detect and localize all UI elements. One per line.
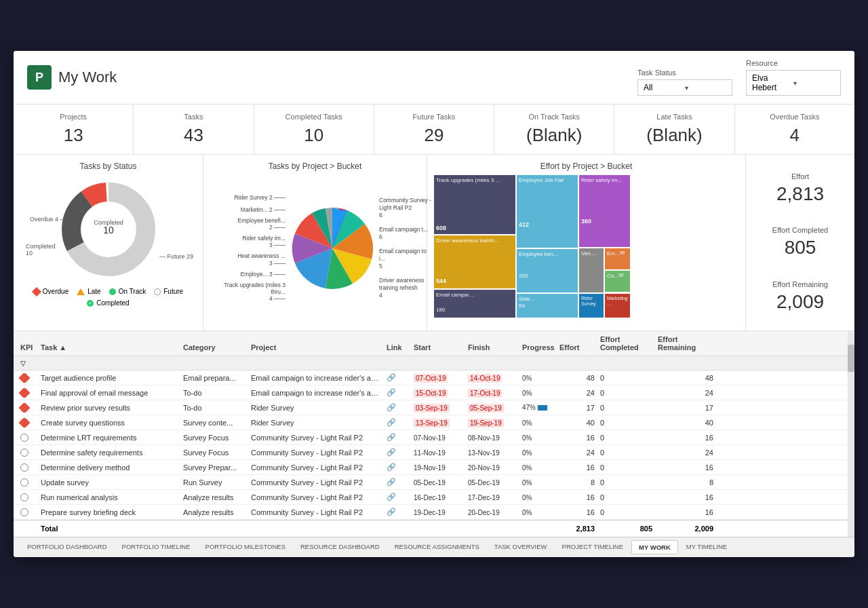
finish-date: 05-Sep-19 xyxy=(468,404,504,413)
finish-date: 20-Nov-19 xyxy=(468,464,500,472)
cell-kpi xyxy=(18,493,38,502)
circle-icon xyxy=(20,463,28,472)
cell-effort-remaining: 24 xyxy=(655,448,716,457)
start-date: 07-Nov-19 xyxy=(414,434,446,442)
treemap-cell-track[interactable]: Track upgrades (miles 3 ...608 xyxy=(434,175,515,234)
cell-effort-remaining: 16 xyxy=(655,433,716,442)
cell-task: Determine delivery method xyxy=(38,463,180,472)
cell-effort: 8 xyxy=(557,478,597,487)
cell-task: Run numerical analysis xyxy=(38,493,180,502)
treemap-container: Track upgrades (miles 3 ...608 Driver aw… xyxy=(434,175,738,318)
col-category[interactable]: Category xyxy=(180,342,248,353)
resource-select[interactable]: Elva Hebert ▾ xyxy=(746,70,841,96)
cell-effort: 24 xyxy=(557,388,597,398)
legend-late: Late xyxy=(77,288,100,295)
treemap-cell-em[interactable]: Em...96 xyxy=(605,248,630,269)
effort-completed-label: Effort Completed xyxy=(753,226,848,234)
treemap-cell-marketing[interactable]: Marketing ... xyxy=(605,294,630,318)
col-effort-remaining[interactable]: EffortRemaining xyxy=(655,334,716,353)
cell-project: Email campaign to increase rider's aware… xyxy=(248,373,384,383)
pie-right-labels: Community Survey - Light Rail P26 Email … xyxy=(376,197,434,300)
treemap-cell-employee-job[interactable]: Employee Job Fair412 xyxy=(517,175,578,248)
bottom-tab-portfolio-timeline[interactable]: PORTFOLIO TIMELINE xyxy=(115,540,197,554)
cell-kpi xyxy=(18,463,38,472)
col-finish[interactable]: Finish xyxy=(465,342,519,353)
kpi-row: Projects13Tasks43Completed Tasks10Future… xyxy=(14,104,854,155)
cell-progress: 47% xyxy=(519,403,557,412)
cell-link[interactable]: 🔗 xyxy=(384,462,411,472)
bottom-tab-task-overview[interactable]: TASK OVERVIEW xyxy=(488,540,554,554)
treemap-cell-employee-ben[interactable]: Employee ben...200 xyxy=(517,249,578,292)
bottom-tab-portfolio-dashboard[interactable]: PORTFOLIO DASHBOARD xyxy=(20,540,114,554)
col-task[interactable]: Task ▲ xyxy=(38,342,180,353)
cell-effort: 24 xyxy=(557,448,597,457)
treemap-cell-rider-survey[interactable]: Rider Survey xyxy=(579,294,604,318)
cell-effort: 16 xyxy=(557,433,597,442)
cell-category: Survey Focus xyxy=(180,448,248,457)
cell-project: Community Survey - Light Rail P2 xyxy=(248,463,384,472)
bottom-tab-project-timeline[interactable]: PROJECT TIMELINE xyxy=(555,540,630,554)
overdue-icon xyxy=(19,388,31,398)
cell-effort-remaining: 17 xyxy=(655,403,716,413)
cell-category: Survey Focus xyxy=(180,433,248,442)
overdue-icon xyxy=(19,418,31,428)
cell-link[interactable]: 🔗 xyxy=(384,387,411,398)
cell-start: 03-Sep-19 xyxy=(411,403,465,413)
treemap-cell-co[interactable]: Co...96 xyxy=(605,271,630,292)
cell-project: Community Survey - Light Rail P2 xyxy=(248,433,384,442)
col-kpi: KPI xyxy=(18,342,38,353)
table-row: Final approval of email message To-do Em… xyxy=(14,385,854,400)
cell-category: Analyze results xyxy=(180,508,248,517)
bottom-tab-portfolio-milestones[interactable]: PORTFOLIO MILESTONES xyxy=(199,540,292,554)
start-date: 13-Sep-19 xyxy=(414,419,450,428)
cell-start: 07-Oct-19 xyxy=(411,373,465,383)
task-status-select[interactable]: All ▾ xyxy=(637,79,732,96)
link-icon: 🔗 xyxy=(387,373,396,381)
treemap-cell-driver[interactable]: Driver awareness trainin...544 xyxy=(434,235,515,289)
link-icon: 🔗 xyxy=(387,418,396,426)
treemap-cell-ven[interactable]: Ven... xyxy=(579,248,604,292)
treemap-cell-rider-safety[interactable]: Rider safety im...360 xyxy=(579,175,630,247)
cell-link[interactable]: 🔗 xyxy=(384,432,411,442)
cell-link[interactable]: 🔗 xyxy=(384,507,411,517)
col-effort[interactable]: Effort xyxy=(557,342,597,353)
col-project[interactable]: Project xyxy=(248,342,384,353)
table-row: Determine safety requirements Survey Foc… xyxy=(14,445,854,460)
cell-effort-completed: 0 xyxy=(597,478,655,487)
charts-row: Tasks by Status Completed 10 Overdue 4 — xyxy=(14,155,854,331)
cell-link[interactable]: 🔗 xyxy=(384,477,411,487)
cell-link[interactable]: 🔗 xyxy=(384,373,411,383)
bottom-tab-resource-dashboard[interactable]: RESOURCE DASHBOARD xyxy=(294,540,387,554)
logo-area: P My Work xyxy=(27,65,117,90)
col-progress[interactable]: Progress xyxy=(519,342,557,353)
effort-total: Effort 2,813 xyxy=(753,172,848,205)
legend-completed: ✓ Completed xyxy=(87,299,129,307)
treemap-cell-stati[interactable]: Stati...64 xyxy=(517,294,578,318)
cell-effort-completed: 0 xyxy=(597,373,655,383)
cell-link[interactable]: 🔗 xyxy=(384,447,411,457)
cell-link[interactable]: 🔗 xyxy=(384,492,411,502)
cell-category: To-do xyxy=(180,388,248,398)
filter-triangle-icon[interactable]: ▽ xyxy=(20,360,26,367)
finish-date: 17-Oct-19 xyxy=(468,389,502,398)
start-date: 05-Dec-19 xyxy=(414,479,446,487)
cell-link[interactable]: 🔗 xyxy=(384,402,411,413)
cell-link[interactable]: 🔗 xyxy=(384,417,411,428)
cell-progress: 0% xyxy=(519,418,557,428)
bottom-tab-resource-assignments[interactable]: RESOURCE ASSIGNMENTS xyxy=(388,540,486,554)
col-effort-completed[interactable]: EffortCompleted xyxy=(597,334,655,353)
table-header: KPI Task ▲ Category Project Link Start F… xyxy=(14,331,854,356)
cell-finish: 13-Nov-19 xyxy=(465,448,519,457)
total-effort: 2,813 xyxy=(557,523,597,534)
table-row: Determine LRT requirements Survey Focus … xyxy=(14,430,854,445)
col-start[interactable]: Start xyxy=(411,342,465,353)
cell-task: Update survey xyxy=(38,478,180,487)
treemap-cell-email-campai[interactable]: Email campai...180 xyxy=(434,290,515,318)
effort-remaining-label: Effort Remaining xyxy=(753,280,848,288)
scrollbar[interactable] xyxy=(848,331,854,537)
resource-label: Resource xyxy=(746,59,841,67)
cell-category: Email prepara... xyxy=(180,373,248,383)
bottom-tab-my-timeline[interactable]: MY TIMELINE xyxy=(679,540,734,554)
bottom-tab-my-work[interactable]: MY WORK xyxy=(631,540,678,554)
cell-category: Survey Prepar... xyxy=(180,463,248,472)
